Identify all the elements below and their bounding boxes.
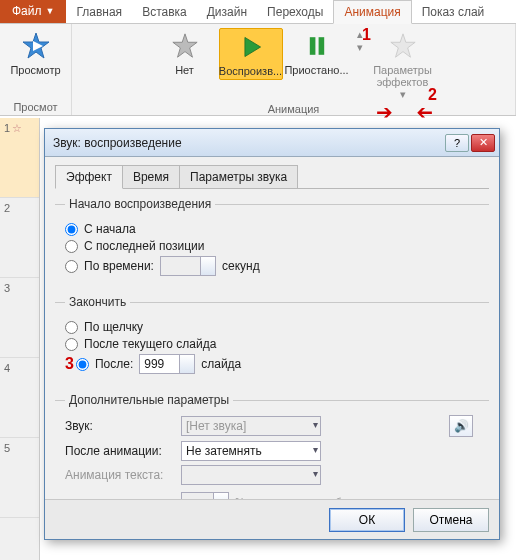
fieldset-start: Начало воспроизведения С начала С послед… bbox=[55, 197, 489, 287]
lbl-start-unit: секунд bbox=[222, 259, 260, 273]
ribbon-body: Просмотр Просмот Нет Воспроизв... Приост… bbox=[0, 24, 516, 116]
dialog-title: Звук: воспроизведение bbox=[53, 136, 443, 150]
tab-animation[interactable]: Анимация bbox=[333, 0, 411, 24]
slide-thumb-5[interactable]: 5 bbox=[0, 438, 39, 518]
combo-after-anim[interactable]: Не затемнять bbox=[181, 441, 321, 461]
anim-play-label: Воспроизв... bbox=[219, 65, 282, 77]
dlg-tab-effect[interactable]: Эффект bbox=[55, 165, 123, 189]
tab-transitions[interactable]: Переходы bbox=[257, 1, 333, 23]
lbl-end-click: По щелчку bbox=[84, 320, 143, 334]
tab-slideshow[interactable]: Показ слай bbox=[412, 1, 495, 23]
ok-button[interactable]: ОК bbox=[329, 508, 405, 532]
anim-pause-label: Приостано... bbox=[284, 64, 348, 76]
cancel-button[interactable]: Отмена bbox=[413, 508, 489, 532]
lbl-start-time: По времени: bbox=[84, 259, 154, 273]
svg-rect-4 bbox=[309, 37, 315, 55]
annotation-3: 3 bbox=[65, 355, 74, 373]
spin-end-after[interactable]: 999 bbox=[139, 354, 195, 374]
chevron-down-icon: ▼ bbox=[46, 6, 55, 16]
tab-insert[interactable]: Вставка bbox=[132, 1, 197, 23]
preview-label: Просмотр bbox=[10, 64, 60, 76]
ribbon-tabs: Файл ▼ Главная Вставка Дизайн Переходы А… bbox=[0, 0, 516, 24]
group-animation: Нет Воспроизв... Приостано... ▴▾ Парамет… bbox=[72, 24, 516, 115]
dialog-tabs: Эффект Время Параметры звука bbox=[55, 165, 489, 189]
group-preview: Просмотр Просмот bbox=[0, 24, 72, 115]
radio-start-time[interactable] bbox=[65, 260, 78, 273]
legend-start: Начало воспроизведения bbox=[65, 197, 215, 211]
legend-end: Закончить bbox=[65, 295, 130, 309]
close-button[interactable]: ✕ bbox=[471, 134, 495, 152]
dialog-titlebar[interactable]: Звук: воспроизведение ? ✕ bbox=[45, 129, 499, 157]
spin-delay bbox=[181, 492, 229, 499]
anim-pause-button[interactable]: Приостано... bbox=[285, 28, 349, 78]
lbl-end-current: После текущего слайда bbox=[84, 337, 216, 351]
anim-play-button[interactable]: Воспроизв... bbox=[219, 28, 283, 80]
arrow-left-icon: ➔ bbox=[416, 100, 433, 124]
slide-num: 2 bbox=[4, 202, 10, 214]
dialog-body: Эффект Время Параметры звука Начало восп… bbox=[45, 157, 499, 499]
star-play-icon bbox=[20, 30, 52, 62]
spin-start-time[interactable] bbox=[160, 256, 216, 276]
radio-start-begin[interactable] bbox=[65, 223, 78, 236]
dialog-footer: ОК Отмена bbox=[45, 499, 499, 539]
combo-text-anim bbox=[181, 465, 321, 485]
tab-home[interactable]: Главная bbox=[66, 1, 132, 23]
preview-button[interactable]: Просмотр bbox=[4, 28, 68, 78]
fieldset-end: Закончить По щелчку После текущего слайд… bbox=[55, 295, 489, 385]
lbl-end-after: После: bbox=[95, 357, 133, 371]
slide-thumb-3[interactable]: 3 bbox=[0, 278, 39, 358]
slides-panel: 1☆ 2 3 4 5 bbox=[0, 118, 40, 560]
radio-end-click[interactable] bbox=[65, 321, 78, 334]
slide-thumb-1[interactable]: 1☆ bbox=[0, 118, 39, 198]
slide-thumb-2[interactable]: 2 bbox=[0, 198, 39, 278]
arrow-right-icon: ➔ bbox=[376, 100, 393, 124]
lbl-end-unit: слайда bbox=[201, 357, 241, 371]
slide-num: 4 bbox=[4, 362, 10, 374]
slide-num: 1 bbox=[4, 122, 10, 134]
effect-options-label: Параметры эффектов ▾ bbox=[373, 64, 433, 100]
anim-none-button[interactable]: Нет bbox=[153, 28, 217, 78]
legend-extra: Дополнительные параметры bbox=[65, 393, 233, 407]
fieldset-extra: Дополнительные параметры Звук: [Нет звук… bbox=[55, 393, 489, 499]
play-icon bbox=[235, 31, 267, 63]
lbl-after-anim: После анимации: bbox=[65, 444, 175, 458]
effect-options-button[interactable]: Параметры эффектов ▾ bbox=[371, 28, 435, 102]
radio-end-after[interactable] bbox=[76, 358, 89, 371]
annotation-1: 1 bbox=[362, 26, 371, 44]
file-tab[interactable]: Файл ▼ bbox=[0, 0, 66, 23]
anim-none-label: Нет bbox=[175, 64, 194, 76]
dlg-tab-time[interactable]: Время bbox=[122, 165, 180, 188]
help-button[interactable]: ? bbox=[445, 134, 469, 152]
slide-num: 5 bbox=[4, 442, 10, 454]
lbl-start-begin: С начала bbox=[84, 222, 136, 236]
pause-icon bbox=[301, 30, 333, 62]
dlg-tab-sound[interactable]: Параметры звука bbox=[179, 165, 298, 188]
svg-rect-5 bbox=[318, 37, 324, 55]
lbl-text-anim: Анимация текста: bbox=[65, 468, 175, 482]
star-none-icon bbox=[169, 30, 201, 62]
file-tab-label: Файл bbox=[12, 4, 42, 18]
slide-thumb-4[interactable]: 4 bbox=[0, 358, 39, 438]
group-preview-label: Просмот bbox=[0, 100, 71, 115]
star-icon: ☆ bbox=[12, 122, 22, 135]
sound-preview-button[interactable]: 🔊 bbox=[449, 415, 473, 437]
radio-start-last[interactable] bbox=[65, 240, 78, 253]
slide-num: 3 bbox=[4, 282, 10, 294]
svg-marker-2 bbox=[172, 34, 196, 57]
group-animation-label: Анимация bbox=[72, 102, 515, 117]
lbl-start-last: С последней позиции bbox=[84, 239, 204, 253]
dialog-sound-playback: Звук: воспроизведение ? ✕ Эффект Время П… bbox=[44, 128, 500, 540]
combo-sound[interactable]: [Нет звука] bbox=[181, 416, 321, 436]
lbl-sound: Звук: bbox=[65, 419, 175, 433]
radio-end-current[interactable] bbox=[65, 338, 78, 351]
star-effect-icon bbox=[387, 30, 419, 62]
svg-marker-6 bbox=[390, 34, 414, 57]
tab-design[interactable]: Дизайн bbox=[197, 1, 257, 23]
svg-marker-3 bbox=[244, 37, 260, 56]
